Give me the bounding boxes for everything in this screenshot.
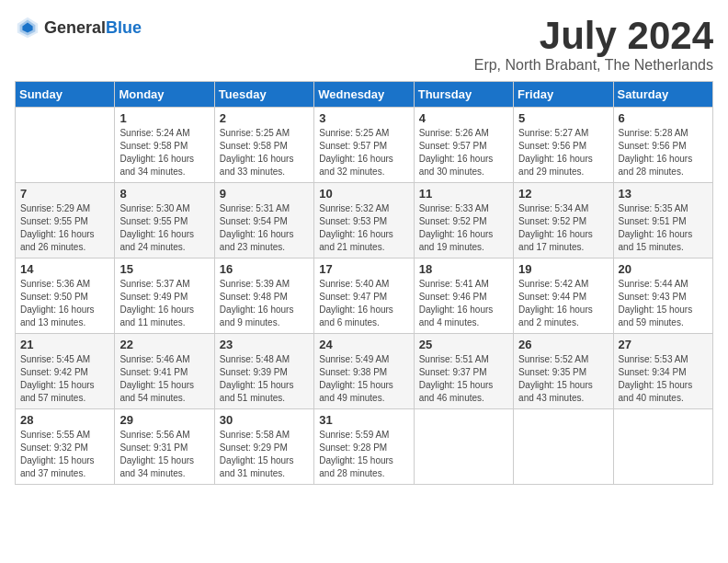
calendar-cell: 30Sunrise: 5:58 AM Sunset: 9:29 PM Dayli… bbox=[214, 409, 313, 485]
header-row: SundayMondayTuesdayWednesdayThursdayFrid… bbox=[16, 82, 713, 108]
day-number: 13 bbox=[619, 187, 708, 201]
day-number: 31 bbox=[319, 413, 408, 427]
calendar-cell: 23Sunrise: 5:48 AM Sunset: 9:39 PM Dayli… bbox=[214, 334, 313, 409]
week-row-3: 14Sunrise: 5:36 AM Sunset: 9:50 PM Dayli… bbox=[16, 259, 713, 334]
title-area: July 2024 Erp, North Brabant, The Nether… bbox=[474, 15, 713, 74]
week-row-5: 28Sunrise: 5:55 AM Sunset: 9:32 PM Dayli… bbox=[16, 409, 713, 485]
calendar-cell: 16Sunrise: 5:39 AM Sunset: 9:48 PM Dayli… bbox=[214, 259, 313, 334]
day-info: Sunrise: 5:31 AM Sunset: 9:54 PM Dayligh… bbox=[220, 202, 309, 254]
calendar-cell: 11Sunrise: 5:33 AM Sunset: 9:52 PM Dayli… bbox=[414, 183, 513, 259]
day-number: 22 bbox=[119, 338, 209, 351]
day-number: 7 bbox=[20, 187, 109, 201]
day-number: 5 bbox=[518, 111, 608, 125]
day-number: 4 bbox=[419, 111, 508, 125]
month-title: July 2024 bbox=[474, 15, 713, 57]
page-header: GeneralBlue July 2024 Erp, North Brabant… bbox=[15, 15, 713, 74]
day-info: Sunrise: 5:26 AM Sunset: 9:57 PM Dayligh… bbox=[419, 127, 508, 178]
day-number: 29 bbox=[119, 413, 209, 427]
day-number: 14 bbox=[20, 262, 109, 276]
header-day-tuesday: Tuesday bbox=[214, 82, 313, 108]
calendar-cell bbox=[16, 108, 115, 183]
day-number: 11 bbox=[419, 187, 508, 201]
calendar-cell: 3Sunrise: 5:25 AM Sunset: 9:57 PM Daylig… bbox=[314, 108, 414, 183]
day-number: 6 bbox=[619, 111, 708, 125]
day-number: 2 bbox=[220, 111, 309, 125]
location-title: Erp, North Brabant, The Netherlands bbox=[474, 57, 713, 74]
calendar-cell: 2Sunrise: 5:25 AM Sunset: 9:58 PM Daylig… bbox=[214, 108, 313, 183]
day-info: Sunrise: 5:52 AM Sunset: 9:35 PM Dayligh… bbox=[518, 353, 608, 405]
week-row-2: 7Sunrise: 5:29 AM Sunset: 9:55 PM Daylig… bbox=[16, 183, 713, 259]
day-info: Sunrise: 5:28 AM Sunset: 9:56 PM Dayligh… bbox=[619, 127, 708, 178]
day-info: Sunrise: 5:56 AM Sunset: 9:31 PM Dayligh… bbox=[119, 429, 209, 480]
calendar-cell: 13Sunrise: 5:35 AM Sunset: 9:51 PM Dayli… bbox=[613, 183, 712, 259]
day-info: Sunrise: 5:55 AM Sunset: 9:32 PM Dayligh… bbox=[20, 429, 109, 480]
calendar-cell: 12Sunrise: 5:34 AM Sunset: 9:52 PM Dayli… bbox=[514, 183, 613, 259]
day-number: 9 bbox=[220, 187, 309, 201]
calendar-cell: 6Sunrise: 5:28 AM Sunset: 9:56 PM Daylig… bbox=[613, 108, 712, 183]
header-day-sunday: Sunday bbox=[16, 82, 115, 108]
day-info: Sunrise: 5:25 AM Sunset: 9:57 PM Dayligh… bbox=[319, 127, 408, 178]
calendar-cell: 20Sunrise: 5:44 AM Sunset: 9:43 PM Dayli… bbox=[613, 259, 712, 334]
calendar-cell: 5Sunrise: 5:27 AM Sunset: 9:56 PM Daylig… bbox=[514, 108, 613, 183]
day-info: Sunrise: 5:44 AM Sunset: 9:43 PM Dayligh… bbox=[619, 278, 708, 329]
day-info: Sunrise: 5:37 AM Sunset: 9:49 PM Dayligh… bbox=[119, 278, 209, 329]
calendar-cell: 14Sunrise: 5:36 AM Sunset: 9:50 PM Dayli… bbox=[16, 259, 115, 334]
calendar-cell: 29Sunrise: 5:56 AM Sunset: 9:31 PM Dayli… bbox=[115, 409, 214, 485]
day-number: 23 bbox=[220, 338, 309, 351]
logo-blue: Blue bbox=[106, 18, 142, 37]
week-row-4: 21Sunrise: 5:45 AM Sunset: 9:42 PM Dayli… bbox=[16, 334, 713, 409]
day-info: Sunrise: 5:30 AM Sunset: 9:55 PM Dayligh… bbox=[119, 202, 209, 254]
calendar-table: SundayMondayTuesdayWednesdayThursdayFrid… bbox=[15, 81, 713, 485]
day-info: Sunrise: 5:39 AM Sunset: 9:48 PM Dayligh… bbox=[220, 278, 309, 329]
day-info: Sunrise: 5:42 AM Sunset: 9:44 PM Dayligh… bbox=[518, 278, 608, 329]
day-info: Sunrise: 5:59 AM Sunset: 9:28 PM Dayligh… bbox=[319, 429, 408, 480]
day-number: 30 bbox=[220, 413, 309, 427]
day-number: 12 bbox=[518, 187, 608, 201]
week-row-1: 1Sunrise: 5:24 AM Sunset: 9:58 PM Daylig… bbox=[16, 108, 713, 183]
day-info: Sunrise: 5:51 AM Sunset: 9:37 PM Dayligh… bbox=[419, 353, 508, 405]
logo-general: General bbox=[44, 18, 106, 37]
day-info: Sunrise: 5:40 AM Sunset: 9:47 PM Dayligh… bbox=[319, 278, 408, 329]
calendar-cell: 26Sunrise: 5:52 AM Sunset: 9:35 PM Dayli… bbox=[514, 334, 613, 409]
day-number: 16 bbox=[220, 262, 309, 276]
calendar-cell bbox=[613, 409, 712, 485]
calendar-cell: 31Sunrise: 5:59 AM Sunset: 9:28 PM Dayli… bbox=[314, 409, 414, 485]
logo: GeneralBlue bbox=[15, 15, 142, 40]
calendar-cell: 10Sunrise: 5:32 AM Sunset: 9:53 PM Dayli… bbox=[314, 183, 414, 259]
calendar-cell: 21Sunrise: 5:45 AM Sunset: 9:42 PM Dayli… bbox=[16, 334, 115, 409]
calendar-cell bbox=[514, 409, 613, 485]
calendar-cell: 15Sunrise: 5:37 AM Sunset: 9:49 PM Dayli… bbox=[115, 259, 214, 334]
header-day-saturday: Saturday bbox=[613, 82, 712, 108]
calendar-header: SundayMondayTuesdayWednesdayThursdayFrid… bbox=[16, 82, 713, 108]
day-number: 20 bbox=[619, 262, 708, 276]
logo-icon bbox=[15, 15, 40, 40]
day-info: Sunrise: 5:58 AM Sunset: 9:29 PM Dayligh… bbox=[220, 429, 309, 480]
day-info: Sunrise: 5:53 AM Sunset: 9:34 PM Dayligh… bbox=[619, 353, 708, 405]
day-number: 24 bbox=[319, 338, 408, 351]
day-number: 21 bbox=[20, 338, 109, 351]
day-number: 27 bbox=[619, 338, 708, 351]
day-info: Sunrise: 5:33 AM Sunset: 9:52 PM Dayligh… bbox=[419, 202, 508, 254]
calendar-cell: 22Sunrise: 5:46 AM Sunset: 9:41 PM Dayli… bbox=[115, 334, 214, 409]
calendar-cell: 18Sunrise: 5:41 AM Sunset: 9:46 PM Dayli… bbox=[414, 259, 513, 334]
calendar-cell: 4Sunrise: 5:26 AM Sunset: 9:57 PM Daylig… bbox=[414, 108, 513, 183]
day-info: Sunrise: 5:25 AM Sunset: 9:58 PM Dayligh… bbox=[220, 127, 309, 178]
calendar-cell: 9Sunrise: 5:31 AM Sunset: 9:54 PM Daylig… bbox=[214, 183, 313, 259]
day-info: Sunrise: 5:41 AM Sunset: 9:46 PM Dayligh… bbox=[419, 278, 508, 329]
day-info: Sunrise: 5:36 AM Sunset: 9:50 PM Dayligh… bbox=[20, 278, 109, 329]
day-number: 19 bbox=[518, 262, 608, 276]
calendar-cell: 27Sunrise: 5:53 AM Sunset: 9:34 PM Dayli… bbox=[613, 334, 712, 409]
day-info: Sunrise: 5:27 AM Sunset: 9:56 PM Dayligh… bbox=[518, 127, 608, 178]
calendar-cell: 17Sunrise: 5:40 AM Sunset: 9:47 PM Dayli… bbox=[314, 259, 414, 334]
day-number: 17 bbox=[319, 262, 408, 276]
day-number: 28 bbox=[20, 413, 109, 427]
logo-text: GeneralBlue bbox=[44, 18, 142, 38]
day-info: Sunrise: 5:46 AM Sunset: 9:41 PM Dayligh… bbox=[119, 353, 209, 405]
calendar-cell: 8Sunrise: 5:30 AM Sunset: 9:55 PM Daylig… bbox=[115, 183, 214, 259]
day-number: 10 bbox=[319, 187, 408, 201]
day-info: Sunrise: 5:35 AM Sunset: 9:51 PM Dayligh… bbox=[619, 202, 708, 254]
day-info: Sunrise: 5:29 AM Sunset: 9:55 PM Dayligh… bbox=[20, 202, 109, 254]
calendar-cell: 19Sunrise: 5:42 AM Sunset: 9:44 PM Dayli… bbox=[514, 259, 613, 334]
header-day-wednesday: Wednesday bbox=[314, 82, 414, 108]
calendar-cell: 1Sunrise: 5:24 AM Sunset: 9:58 PM Daylig… bbox=[115, 108, 214, 183]
